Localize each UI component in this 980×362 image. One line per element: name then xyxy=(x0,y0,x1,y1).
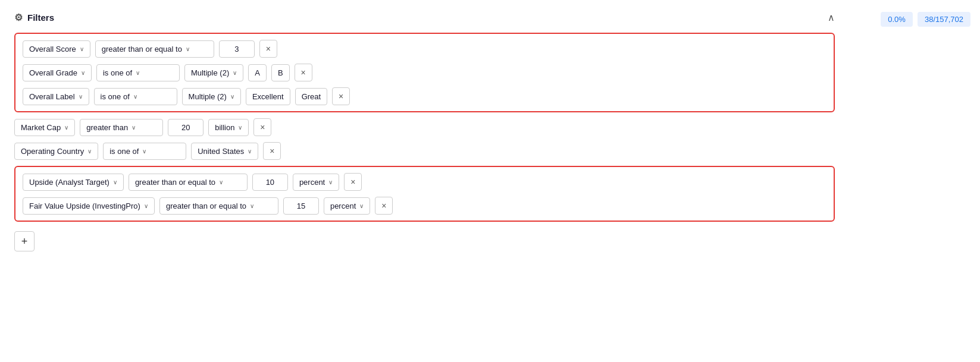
unit-select-market-cap[interactable]: billion ∨ xyxy=(208,119,249,136)
condition-chevron-overall-score: ∨ xyxy=(186,46,190,52)
field-chevron-operating-country: ∨ xyxy=(87,148,92,155)
value-input-upside-analyst[interactable] xyxy=(252,174,288,191)
condition-select-operating-country[interactable]: is one of ∨ xyxy=(103,143,186,160)
field-select-overall-grade[interactable]: Overall Grade ∨ xyxy=(23,64,92,81)
field-chevron-market-cap: ∨ xyxy=(64,124,68,131)
close-icon-overall-grade: × xyxy=(300,68,305,77)
field-chevron-fair-value-upside: ∨ xyxy=(144,203,148,209)
unit-label-market-cap: billion xyxy=(215,123,234,132)
field-select-fair-value-upside[interactable]: Fair Value Upside (InvestingPro) ∨ xyxy=(23,197,155,215)
condition-select-overall-score[interactable]: greater than or equal to ∨ xyxy=(95,40,214,58)
field-chevron-overall-label: ∨ xyxy=(79,93,83,100)
value-chevron-overall-label: ∨ xyxy=(230,93,234,100)
condition-select-overall-grade[interactable]: is one of ∨ xyxy=(96,64,180,81)
filter-row-overall-label: Overall Label ∨ is one of ∨ Multiple (2)… xyxy=(23,87,826,105)
condition-label-operating-country: is one of xyxy=(109,147,139,156)
condition-label-overall-label: is one of xyxy=(101,92,130,101)
close-button-upside-analyst[interactable]: × xyxy=(344,173,362,191)
close-button-overall-grade[interactable]: × xyxy=(295,64,312,81)
percentage-badge: 0.0% xyxy=(881,12,913,27)
condition-select-fair-value-upside[interactable]: greater than or equal to ∨ xyxy=(159,197,278,215)
value-select-operating-country[interactable]: United States ∨ xyxy=(191,143,258,160)
value-label-overall-grade: Multiple (2) xyxy=(191,68,229,77)
condition-select-market-cap[interactable]: greater than ∨ xyxy=(80,119,163,136)
filter-group-2: Upside (Analyst Target) ∨ greater than o… xyxy=(14,166,835,222)
value-input-market-cap[interactable] xyxy=(168,119,203,136)
filters-body: Overall Score ∨ greater than or equal to… xyxy=(14,33,835,251)
unit-label-upside-analyst: percent xyxy=(299,178,325,187)
unit-chevron-fair-value-upside: ∨ xyxy=(359,203,364,209)
tag-a-overall-grade[interactable]: A xyxy=(248,64,267,81)
tag-excellent-label: Excellent xyxy=(252,92,284,101)
condition-chevron-overall-label: ∨ xyxy=(133,93,137,100)
value-chevron-overall-grade: ∨ xyxy=(233,70,237,76)
condition-chevron-market-cap: ∨ xyxy=(131,124,136,131)
filter-group-1: Overall Score ∨ greater than or equal to… xyxy=(14,33,835,112)
field-select-upside-analyst[interactable]: Upside (Analyst Target) ∨ xyxy=(23,174,124,191)
filter-row-upside-analyst: Upside (Analyst Target) ∨ greater than o… xyxy=(23,173,826,191)
tag-excellent-overall-label[interactable]: Excellent xyxy=(246,88,290,105)
filter-row-market-cap: Market Cap ∨ greater than ∨ billion ∨ × xyxy=(14,118,835,136)
close-button-operating-country[interactable]: × xyxy=(263,142,281,160)
close-icon-operating-country: × xyxy=(270,146,274,156)
field-chevron-overall-score: ∨ xyxy=(80,46,84,52)
field-select-overall-label[interactable]: Overall Label ∨ xyxy=(23,88,89,105)
filter-row-overall-score: Overall Score ∨ greater than or equal to… xyxy=(23,40,826,58)
tag-b-overall-grade[interactable]: B xyxy=(271,64,290,81)
filter-row-operating-country: Operating Country ∨ is one of ∨ United S… xyxy=(14,142,835,160)
condition-chevron-operating-country: ∨ xyxy=(142,148,146,155)
close-icon-overall-score: × xyxy=(266,44,271,53)
field-label-overall-grade: Overall Grade xyxy=(29,68,77,77)
close-button-overall-score[interactable]: × xyxy=(259,40,277,58)
value-select-overall-label[interactable]: Multiple (2) ∨ xyxy=(182,88,241,105)
filters-heading: Filters xyxy=(27,12,54,23)
tag-b-label: B xyxy=(278,68,283,77)
value-select-overall-grade[interactable]: Multiple (2) ∨ xyxy=(184,64,243,81)
field-select-operating-country[interactable]: Operating Country ∨ xyxy=(14,143,98,160)
condition-label-upside-analyst: greater than or equal to xyxy=(135,178,215,187)
value-label-overall-label: Multiple (2) xyxy=(189,92,227,101)
condition-chevron-fair-value-upside: ∨ xyxy=(250,203,254,209)
field-select-overall-score[interactable]: Overall Score ∨ xyxy=(23,40,90,58)
unit-chevron-market-cap: ∨ xyxy=(238,124,242,131)
close-icon-fair-value-upside: × xyxy=(381,201,386,210)
tag-great-label: Great xyxy=(302,92,321,101)
count-badge: 38/157,702 xyxy=(918,12,970,27)
condition-select-upside-analyst[interactable]: greater than or equal to ∨ xyxy=(129,174,248,191)
filters-panel: ⚙ Filters ∧ Overall Score ∨ greater than… xyxy=(0,0,849,362)
filters-title: ⚙ Filters xyxy=(14,12,54,23)
condition-select-overall-label[interactable]: is one of ∨ xyxy=(94,88,177,105)
value-input-fair-value-upside[interactable] xyxy=(283,197,319,215)
condition-label-overall-score: greater than or equal to xyxy=(102,45,182,53)
tag-great-overall-label[interactable]: Great xyxy=(295,88,328,105)
field-select-market-cap[interactable]: Market Cap ∨ xyxy=(14,119,75,136)
value-label-operating-country: United States xyxy=(198,147,244,156)
unit-label-fair-value-upside: percent xyxy=(330,202,356,210)
filter-row-fair-value-upside: Fair Value Upside (InvestingPro) ∨ great… xyxy=(23,197,826,215)
field-label-overall-label: Overall Label xyxy=(29,92,75,101)
add-filter-button[interactable]: + xyxy=(14,231,35,251)
value-chevron-operating-country: ∨ xyxy=(248,148,252,155)
value-input-overall-score[interactable] xyxy=(219,40,255,58)
unit-chevron-upside-analyst: ∨ xyxy=(328,179,333,185)
filter-row-overall-grade: Overall Grade ∨ is one of ∨ Multiple (2)… xyxy=(23,64,826,81)
close-button-overall-label[interactable]: × xyxy=(332,87,350,105)
collapse-icon[interactable]: ∧ xyxy=(828,12,835,23)
condition-chevron-overall-grade: ∨ xyxy=(136,70,140,76)
condition-label-market-cap: greater than xyxy=(86,123,128,132)
field-label-market-cap: Market Cap xyxy=(21,123,61,132)
unit-select-fair-value-upside[interactable]: percent ∨ xyxy=(324,197,370,215)
right-panel: 0.0% 38/157,702 xyxy=(849,0,980,362)
unit-select-upside-analyst[interactable]: percent ∨ xyxy=(293,174,339,191)
field-label-operating-country: Operating Country xyxy=(21,147,84,156)
condition-label-fair-value-upside: greater than or equal to xyxy=(166,202,246,210)
field-label-fair-value-upside: Fair Value Upside (InvestingPro) xyxy=(29,202,140,210)
close-icon-overall-label: × xyxy=(339,92,343,101)
filters-header: ⚙ Filters ∧ xyxy=(14,12,835,23)
close-icon-upside-analyst: × xyxy=(350,177,355,187)
field-chevron-upside-analyst: ∨ xyxy=(113,179,117,185)
condition-label-overall-grade: is one of xyxy=(103,68,132,77)
close-button-market-cap[interactable]: × xyxy=(253,118,271,136)
field-label-upside-analyst: Upside (Analyst Target) xyxy=(29,178,109,187)
close-button-fair-value-upside[interactable]: × xyxy=(375,197,393,215)
